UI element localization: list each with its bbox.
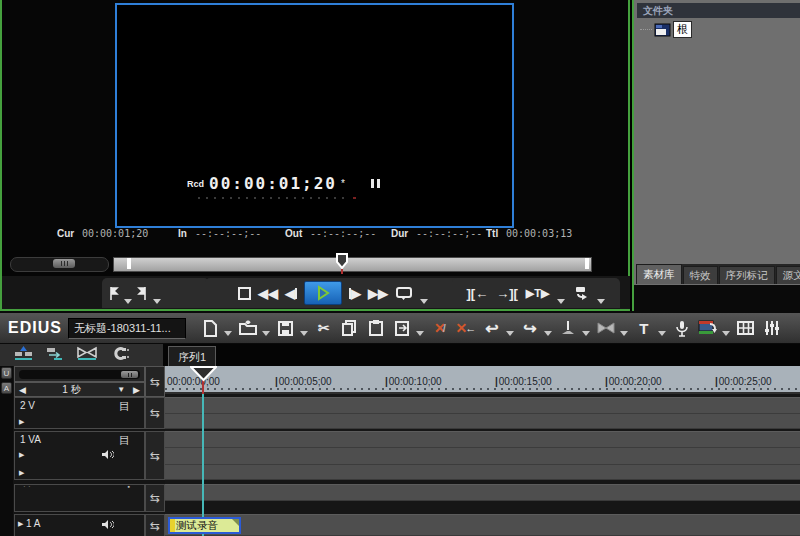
ripple-cell-2v[interactable]: ⇆	[145, 397, 165, 429]
transition-mode-icon[interactable]	[76, 346, 98, 365]
ripple-cell-collapsed[interactable]: ⇆	[145, 484, 165, 512]
add-cut-point-icon[interactable]	[558, 318, 578, 338]
open-project-icon[interactable]	[238, 318, 258, 338]
audio-output-icon[interactable]	[101, 519, 114, 532]
paste-icon[interactable]	[366, 318, 386, 338]
export-dropdown-icon[interactable]	[722, 331, 730, 336]
track-header-collapsed[interactable]: · · ▪	[14, 484, 145, 512]
collapsed-track-dots: · ·	[23, 482, 31, 491]
set-out-point-button[interactable]	[137, 286, 148, 301]
track-lane-2v[interactable]	[165, 397, 800, 429]
shuttle-slider[interactable]	[10, 257, 109, 272]
master-audio-button[interactable]: A	[1, 382, 12, 394]
send-to-timeline-button[interactable]	[573, 286, 589, 301]
pause-icon	[371, 179, 380, 188]
expand-audio-icon[interactable]: ▶	[19, 469, 24, 477]
audio-clip[interactable]: 测试录音	[168, 517, 241, 534]
expand-track-icon[interactable]: ▶	[19, 418, 24, 426]
insert-mode-icon[interactable]	[14, 346, 33, 365]
cut-icon[interactable]: ✂	[314, 318, 334, 338]
new-project-icon[interactable]	[200, 318, 220, 338]
root-folder-label[interactable]: 根	[673, 21, 692, 38]
snap-mode-icon[interactable]	[110, 346, 130, 365]
transition-dropdown-icon[interactable]	[620, 331, 628, 336]
save-project-icon[interactable]	[276, 318, 296, 338]
scale-right-arrow-icon[interactable]: ▶	[133, 385, 140, 395]
video-preview-frame	[115, 3, 514, 228]
loop-playback-button[interactable]	[395, 286, 413, 300]
save-project-dropdown-icon[interactable]	[300, 331, 308, 336]
send-dropdown-icon[interactable]	[597, 299, 605, 304]
replace-clip-icon[interactable]	[392, 318, 412, 338]
tab-source-browser[interactable]: 源文件	[776, 266, 800, 284]
export-icon[interactable]	[698, 318, 718, 338]
undo-dropdown-icon[interactable]	[506, 331, 514, 336]
ripple-cell-1a[interactable]: ⇆	[145, 514, 165, 536]
stop-button[interactable]	[238, 287, 251, 300]
edius-logo: EDIUS	[8, 319, 62, 337]
redo-dropdown-icon[interactable]	[544, 331, 552, 336]
goto-out-button[interactable]: →][	[496, 287, 518, 300]
ripple-mode-icon[interactable]	[45, 346, 64, 365]
track-header-1va[interactable]: 1 VA 目 ▶ ▶	[14, 431, 145, 480]
audio-output-icon[interactable]	[101, 449, 114, 462]
grid-view-icon[interactable]	[736, 318, 756, 338]
previous-frame-button[interactable]: ◀	[285, 287, 297, 300]
voice-over-icon[interactable]	[672, 318, 692, 338]
set-in-dropdown-icon[interactable]	[124, 299, 132, 304]
undo-icon[interactable]: ↩	[482, 318, 502, 338]
ripple-delete-icon[interactable]: ✕←	[456, 318, 476, 338]
expand-video-icon[interactable]: ▶	[19, 451, 24, 459]
sequence-tab[interactable]: 序列1	[168, 346, 216, 366]
rewind-button[interactable]: ◀◀	[258, 287, 278, 300]
tab-sequence-markers[interactable]: 序列标记	[719, 266, 775, 284]
timescale-slider-handle[interactable]	[121, 371, 138, 378]
replace-dropdown-icon[interactable]	[416, 331, 424, 336]
audio-mixer-icon[interactable]	[762, 318, 782, 338]
track-lane-1va[interactable]	[165, 431, 800, 480]
track-lane-collapsed[interactable]	[165, 484, 800, 501]
timescale-value[interactable]: 1 秒	[26, 383, 117, 397]
track-name-1va: 1 VA	[20, 434, 41, 445]
play-around-cursor-button[interactable]: ▶T▶	[526, 288, 550, 299]
add-cut-dropdown-icon[interactable]	[582, 331, 590, 336]
video-visibility-icon[interactable]: 目	[119, 399, 130, 414]
bin-panel: 文件夹 根 素材库 特效 序列标记 源文件	[632, 0, 800, 311]
copy-icon[interactable]	[340, 318, 360, 338]
folder-tree-root-item[interactable]: 根	[640, 21, 692, 38]
playhead-handle[interactable]	[190, 366, 217, 386]
track-header-1a[interactable]: ▶ 1 A	[14, 514, 145, 536]
tab-asset-library[interactable]: 素材库	[636, 264, 682, 284]
position-bar[interactable]	[113, 257, 592, 272]
add-transition-icon[interactable]	[596, 318, 616, 338]
play-around-dropdown-icon[interactable]	[557, 299, 565, 304]
set-in-point-button[interactable]	[108, 286, 119, 301]
scale-left-arrow-icon[interactable]: ◀	[19, 385, 26, 395]
track-header-2v[interactable]: 2 V 目 ▶	[14, 397, 145, 429]
player-control-bar: ◀◀ ◀ ▶ ▶▶ ][← →][ ▶T▶	[2, 276, 630, 309]
tab-effects[interactable]: 特效	[683, 266, 718, 284]
ripple-cell-1va[interactable]: ⇆	[145, 431, 165, 480]
set-out-dropdown-icon[interactable]	[153, 299, 161, 304]
video-visibility-icon[interactable]: 目	[119, 433, 130, 448]
timeline-ruler[interactable]: 00:00:00;00 |00:00:05;00 |00:00:10;00 |0…	[165, 366, 800, 394]
loop-dropdown-icon[interactable]	[420, 299, 428, 304]
fast-forward-button[interactable]: ▶▶	[368, 287, 388, 300]
record-timecode-overlay: Rcd 00:00:01;20 *	[187, 174, 380, 193]
redo-icon[interactable]: ↪	[520, 318, 540, 338]
expand-track-icon[interactable]: ▶	[18, 520, 23, 528]
new-project-dropdown-icon[interactable]	[224, 331, 232, 336]
timescale-slider[interactable]	[19, 370, 140, 379]
scale-dropdown-icon[interactable]: ▼	[117, 385, 125, 394]
goto-in-button[interactable]: ][←	[467, 287, 489, 300]
track-lane-1a[interactable]	[165, 514, 800, 536]
play-button[interactable]	[304, 281, 342, 305]
open-project-dropdown-icon[interactable]	[262, 331, 270, 336]
header-ripple-sync-cell[interactable]: ⇆	[145, 366, 165, 397]
shuttle-handle[interactable]	[53, 259, 75, 268]
title-dropdown-icon[interactable]	[658, 331, 666, 336]
next-frame-button[interactable]: ▶	[349, 287, 361, 300]
delete-icon[interactable]: ✕/	[430, 318, 450, 338]
master-video-button[interactable]: U	[1, 367, 12, 379]
title-icon[interactable]: T	[634, 318, 654, 338]
